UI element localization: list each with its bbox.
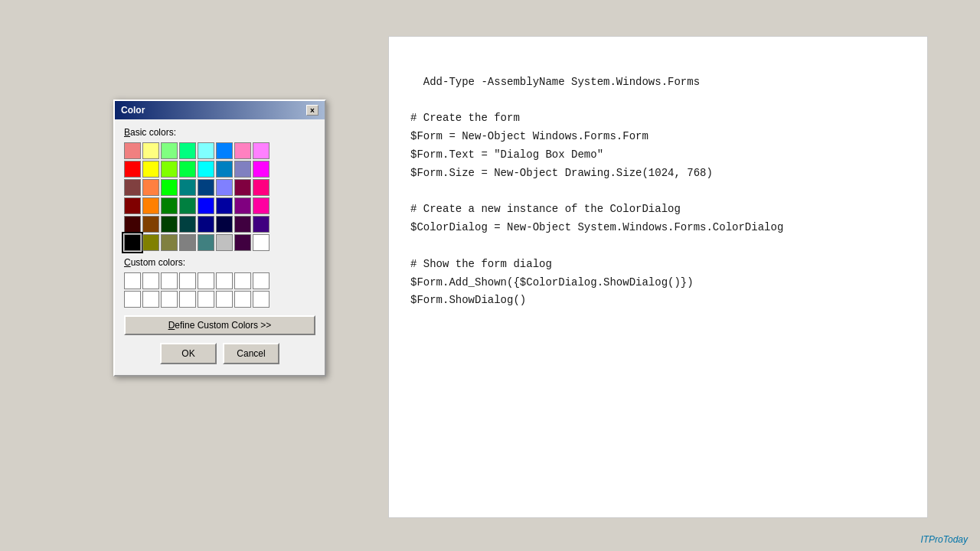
basic-colors-label: Basic colors: xyxy=(124,127,315,138)
custom-color-swatch[interactable] xyxy=(216,272,233,289)
custom-color-swatch[interactable] xyxy=(142,272,159,289)
basic-color-swatch[interactable] xyxy=(179,216,196,233)
close-icon: × xyxy=(310,106,315,115)
basic-color-swatch[interactable] xyxy=(253,161,270,178)
basic-color-swatch[interactable] xyxy=(142,179,159,196)
basic-color-swatch[interactable] xyxy=(161,161,178,178)
basic-color-swatch[interactable] xyxy=(179,161,196,178)
custom-color-swatch[interactable] xyxy=(179,291,196,308)
basic-color-swatch[interactable] xyxy=(234,179,251,196)
basic-color-swatch[interactable] xyxy=(179,197,196,214)
basic-color-swatch[interactable] xyxy=(142,234,159,251)
custom-color-swatch[interactable] xyxy=(253,291,270,308)
basic-color-swatch[interactable] xyxy=(234,197,251,214)
basic-color-swatch[interactable] xyxy=(253,234,270,251)
basic-color-swatch[interactable] xyxy=(124,216,141,233)
dialog-buttons: OK Cancel xyxy=(124,343,315,367)
custom-colors-grid xyxy=(124,272,315,308)
custom-color-swatch[interactable] xyxy=(161,272,178,289)
watermark: ITProToday xyxy=(920,534,968,545)
basic-color-swatch[interactable] xyxy=(234,142,251,159)
basic-color-swatch[interactable] xyxy=(234,234,251,251)
basic-color-swatch[interactable] xyxy=(198,197,214,214)
custom-color-swatch[interactable] xyxy=(179,272,196,289)
custom-color-swatch[interactable] xyxy=(124,291,141,308)
custom-color-swatch[interactable] xyxy=(216,291,233,308)
custom-color-swatch[interactable] xyxy=(198,291,214,308)
custom-color-swatch[interactable] xyxy=(124,272,141,289)
basic-color-swatch[interactable] xyxy=(216,216,233,233)
dialog-titlebar: Color × xyxy=(115,101,325,119)
custom-color-swatch[interactable] xyxy=(234,272,251,289)
custom-color-swatch[interactable] xyxy=(198,272,214,289)
custom-colors-label: Custom colors: xyxy=(124,257,315,268)
basic-color-swatch[interactable] xyxy=(234,216,251,233)
dialog-title: Color xyxy=(121,105,145,116)
basic-color-swatch[interactable] xyxy=(253,179,270,196)
define-custom-colors-button[interactable]: Define Custom Colors >> xyxy=(124,315,315,335)
close-button[interactable]: × xyxy=(306,105,318,116)
basic-color-swatch[interactable] xyxy=(142,216,159,233)
basic-color-swatch[interactable] xyxy=(216,142,233,159)
custom-color-swatch[interactable] xyxy=(253,272,270,289)
basic-color-swatch[interactable] xyxy=(198,179,214,196)
cancel-button[interactable]: Cancel xyxy=(223,343,279,364)
basic-color-swatch[interactable] xyxy=(142,161,159,178)
basic-color-swatch[interactable] xyxy=(161,197,178,214)
basic-color-swatch[interactable] xyxy=(142,142,159,159)
basic-color-swatch[interactable] xyxy=(161,234,178,251)
basic-color-swatch[interactable] xyxy=(234,161,251,178)
ok-button[interactable]: OK xyxy=(160,343,217,364)
basic-color-swatch[interactable] xyxy=(198,161,214,178)
basic-color-swatch[interactable] xyxy=(124,179,141,196)
basic-color-swatch[interactable] xyxy=(216,161,233,178)
basic-color-swatch[interactable] xyxy=(198,234,214,251)
custom-color-swatch[interactable] xyxy=(234,291,251,308)
basic-color-swatch[interactable] xyxy=(161,142,178,159)
basic-color-swatch[interactable] xyxy=(142,197,159,214)
basic-color-swatch[interactable] xyxy=(216,197,233,214)
basic-color-swatch[interactable] xyxy=(124,161,141,178)
basic-color-swatch[interactable] xyxy=(253,142,270,159)
custom-color-swatch[interactable] xyxy=(142,291,159,308)
basic-color-swatch[interactable] xyxy=(198,142,214,159)
basic-color-swatch[interactable] xyxy=(124,234,141,251)
basic-color-swatch[interactable] xyxy=(161,216,178,233)
basic-color-swatch[interactable] xyxy=(179,234,196,251)
basic-color-swatch[interactable] xyxy=(161,179,178,196)
code-text: Add-Type -AssemblyName System.Windows.Fo… xyxy=(410,76,783,307)
basic-color-swatch[interactable] xyxy=(179,142,196,159)
basic-color-swatch[interactable] xyxy=(253,197,270,214)
color-dialog: Color × Basic colors: Custom colors: Def… xyxy=(113,99,326,377)
basic-colors-grid xyxy=(124,142,315,251)
basic-color-swatch[interactable] xyxy=(198,216,214,233)
basic-color-swatch[interactable] xyxy=(124,197,141,214)
basic-color-swatch[interactable] xyxy=(179,179,196,196)
basic-color-swatch[interactable] xyxy=(216,179,233,196)
basic-color-swatch[interactable] xyxy=(124,142,141,159)
basic-color-swatch[interactable] xyxy=(216,234,233,251)
custom-color-swatch[interactable] xyxy=(161,291,178,308)
dialog-body: Basic colors: Custom colors: Define Cust… xyxy=(115,119,325,375)
basic-color-swatch[interactable] xyxy=(253,216,270,233)
code-editor: Add-Type -AssemblyName System.Windows.Fo… xyxy=(388,36,928,518)
